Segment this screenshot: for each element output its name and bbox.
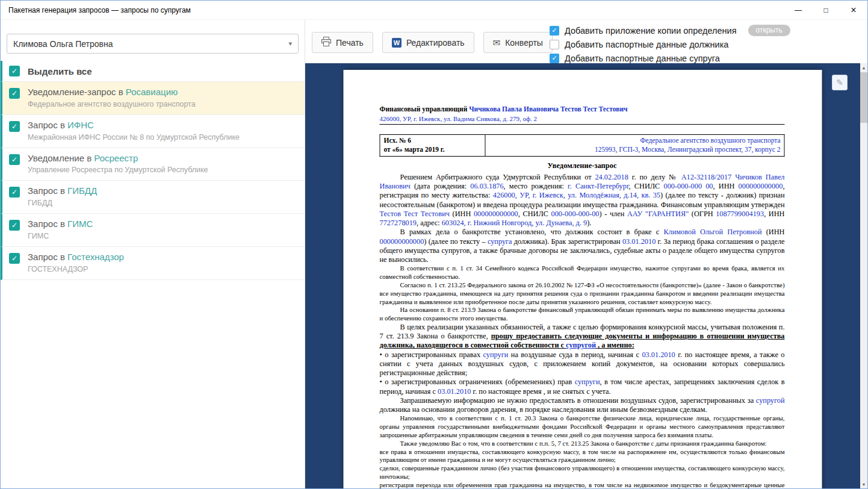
doc-text-segment: 000000000000 — [474, 210, 518, 218]
app-window: Пакетная генерация запросов — запросы по… — [0, 0, 868, 489]
request-title: Уведомление-запрос в Росавиацию — [28, 87, 196, 98]
doc-paragraph: На основании п. 8 ст. 213.9 Закона о бан… — [380, 306, 785, 323]
request-target-link[interactable]: Гостехнадзор — [67, 252, 124, 262]
scrollbar[interactable]: ▲ ▼ — [860, 63, 867, 488]
request-title: Запрос в ИФНС — [28, 120, 240, 131]
person-select[interactable]: Климова Ольга Петровна ▾ — [7, 34, 299, 54]
option-label: Добавить паспортные данные должника — [565, 40, 728, 49]
request-item[interactable]: ✓Уведомление в РосреестрУправление Росре… — [1, 148, 305, 181]
request-text: Запрос в ГостехнадзорГОСТЕХНАДЗОР — [28, 252, 124, 274]
doc-text-segment: г. по делу № — [628, 173, 681, 181]
doc-paragraph: все права в отношении имущества, составл… — [380, 448, 785, 465]
maximize-button[interactable]: □ — [812, 1, 840, 19]
doc-ref-line: от «6» марта 2019 г. — [384, 145, 482, 155]
request-checkbox[interactable]: ✓ — [9, 187, 20, 198]
request-text: Запрос в ГИБДДГИБДД — [28, 185, 97, 208]
doc-text-segment: Запрашиваемую информацию не нужно предос… — [400, 396, 756, 405]
maximize-icon: □ — [823, 6, 828, 14]
edit-button[interactable]: W Редактировать — [382, 32, 474, 53]
scroll-thumb[interactable] — [860, 72, 867, 123]
request-text: Запрос в ГИМСГИМС — [28, 219, 93, 241]
doc-text-segment: • о зарегистрированных правах — [380, 350, 483, 359]
request-text: Уведомление в РосреестрУправление Росрее… — [28, 153, 208, 175]
request-checkbox[interactable]: ✓ — [9, 220, 20, 231]
doc-text-segment: 603024, г. Нижний Новгород, ул. Дунаева,… — [442, 219, 587, 227]
request-target-link[interactable]: Росреестр — [94, 153, 138, 163]
doc-paragraph: Запрашиваемую информацию не нужно предос… — [380, 396, 785, 414]
request-item[interactable]: ✓Запрос в ГостехнадзорГОСТЕХНАДЗОР — [1, 247, 305, 280]
word-icon: W — [392, 38, 401, 48]
envelopes-button[interactable]: ✉ Конверты — [483, 32, 553, 53]
request-item[interactable]: ✓Запрос в ГИМСГИМС — [1, 214, 305, 247]
request-checkbox[interactable]: ✓ — [9, 121, 20, 132]
options-list: ✓Добавить приложение копии определенияот… — [550, 23, 790, 65]
print-button-label: Печать — [336, 38, 364, 48]
minimize-button[interactable]: — — [784, 1, 812, 19]
doc-text-segment: все права в отношении имущества, составл… — [380, 448, 785, 464]
doc-text-segment: ). — [587, 219, 591, 227]
titlebar: Пакетная генерация запросов — запросы по… — [1, 1, 867, 20]
close-button[interactable]: × — [840, 1, 867, 19]
doc-header: Финансовый управляющий Чичикова Павла Ив… — [380, 105, 785, 125]
main-panel: Печать W Редактировать ✉ Конверты ✓Добав… — [305, 20, 867, 488]
page-tool-button[interactable]: ✎ — [832, 75, 848, 90]
option-label: Добавить паспортные данные супруга — [565, 54, 720, 63]
doc-text-segment: , ИНН — [764, 210, 784, 218]
request-target-link[interactable]: ГИБДД — [67, 185, 97, 196]
close-icon: × — [851, 5, 856, 16]
request-target-link[interactable]: ИФНС — [67, 120, 94, 130]
request-item[interactable]: ✓Уведомление-запрос в РосавиациюФедераль… — [1, 82, 305, 115]
doc-paragraph: • о зарегистрированных правах супруги на… — [380, 350, 785, 378]
doc-text-segment: , место рождения: — [504, 182, 568, 190]
doc-text-segment: Напоминаю, что в соответствии с п. 1 ст.… — [380, 414, 785, 438]
print-button[interactable]: Печать — [312, 32, 373, 53]
doc-text-segment: , СНИЛС — [518, 210, 551, 218]
request-checkbox[interactable]: ✓ — [9, 88, 20, 99]
envelopes-button-label: Конверты — [505, 38, 543, 48]
doc-text-segment: Климовой Ольгой Петровной — [663, 228, 761, 236]
doc-text-segment: 24.02.2018 — [595, 173, 628, 181]
request-checkbox[interactable]: ✓ — [9, 154, 20, 165]
doc-text-segment: На основании п. 8 ст. 213.9 Закона о бан… — [380, 306, 785, 322]
sidebar: Климова Ольга Петровна ▾ ✓ Выделить все … — [1, 20, 305, 488]
option-row[interactable]: Добавить паспортные данные должника — [550, 37, 790, 51]
request-subtitle: ГОСТЕХНАДЗОР — [28, 265, 124, 274]
doc-text-segment: (ИНН — [450, 210, 474, 218]
doc-text-segment: супругой — [566, 341, 596, 349]
request-subtitle: Федеральное агентство воздушного транспо… — [28, 100, 196, 109]
edit-button-label: Редактировать — [406, 38, 465, 48]
doc-text-segment: должника). Брак зарегистрирован — [512, 237, 622, 246]
doc-text-segment: 1087799004193 — [716, 210, 764, 218]
select-all-row[interactable]: ✓ Выделить все — [1, 61, 305, 82]
option-row[interactable]: ✓Добавить приложение копии определенияот… — [550, 23, 790, 37]
request-target-link[interactable]: ГИМС — [67, 219, 93, 229]
doc-text-segment: 000-000-000 00 — [664, 182, 713, 190]
doc-text-segment: 426000, УР, г. Ижевск, ул. Молодёжная, д… — [493, 191, 660, 199]
doc-recipient-line: 125993, ГСП-3, Москва, Ленинградский про… — [489, 145, 780, 155]
doc-text-segment: 7727278019 — [380, 219, 417, 227]
doc-text-segment: должника на основании договоров дарения,… — [380, 405, 707, 414]
option-checkbox[interactable]: ✓ — [550, 54, 559, 63]
topbar: Печать W Редактировать ✉ Конверты ✓Добав… — [305, 20, 867, 63]
option-checkbox[interactable]: ✓ — [550, 26, 559, 36]
request-item[interactable]: ✓Запрос в ИФНСМежрайонная ИФНС России № … — [1, 115, 305, 148]
open-attachment-button[interactable]: открыть — [748, 25, 790, 37]
doc-paragraph: В целях реализации указанных обязанносте… — [380, 323, 785, 350]
doc-paragraph: регистрация перехода или обременения пра… — [380, 481, 785, 488]
person-select-value: Климова Ольга Петровна — [13, 39, 113, 49]
scroll-up-button[interactable]: ▲ — [860, 63, 867, 72]
request-checkbox[interactable]: ✓ — [9, 253, 20, 264]
request-target-link[interactable]: Росавиацию — [126, 87, 178, 97]
option-checkbox[interactable] — [550, 40, 559, 49]
request-subtitle: ГИМС — [28, 232, 93, 241]
printer-icon — [321, 37, 331, 48]
document-preview: Финансовый управляющий Чичикова Павла Ив… — [305, 63, 860, 488]
doc-ref-number: Исх. № 6от «6» марта 2019 г. — [380, 134, 485, 156]
scroll-down-button[interactable]: ▼ — [860, 480, 867, 488]
doc-text-segment: 03.01.2010 — [622, 237, 656, 246]
request-item[interactable]: ✓Запрос в ГИБДДГИБДД — [1, 181, 305, 214]
doc-text-segment: супруга — [488, 237, 512, 246]
doc-paragraph: Решением Арбитражного суда Удмуртской Ре… — [380, 173, 785, 228]
doc-text-segment: , а именно: — [596, 341, 634, 349]
select-all-checkbox[interactable]: ✓ — [9, 66, 20, 76]
